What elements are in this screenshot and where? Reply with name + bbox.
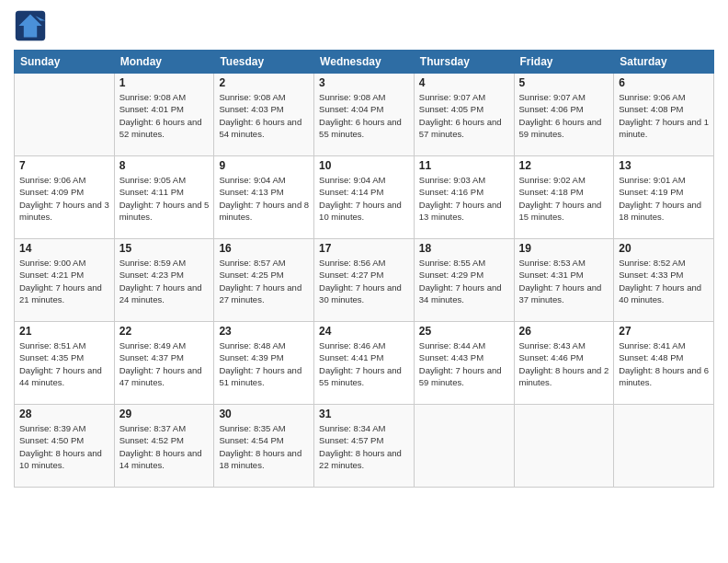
day-info: Sunrise: 8:43 AM Sunset: 4:46 PM Dayligh… <box>519 339 609 388</box>
day-number: 18 <box>419 242 509 255</box>
day-info: Sunrise: 8:51 AM Sunset: 4:35 PM Dayligh… <box>19 339 109 388</box>
calendar-header-cell: Friday <box>514 51 614 74</box>
day-info: Sunrise: 9:00 AM Sunset: 4:21 PM Dayligh… <box>19 257 109 305</box>
calendar-day-cell: 3Sunrise: 9:08 AM Sunset: 4:04 PM Daylig… <box>314 74 415 156</box>
calendar-header-cell: Thursday <box>414 51 514 74</box>
day-info: Sunrise: 8:55 AM Sunset: 4:29 PM Dayligh… <box>419 257 509 305</box>
day-number: 26 <box>519 325 609 338</box>
day-number: 28 <box>19 408 109 420</box>
day-info: Sunrise: 8:56 AM Sunset: 4:27 PM Dayligh… <box>319 257 409 305</box>
calendar-day-cell: 25Sunrise: 8:44 AM Sunset: 4:43 PM Dayli… <box>414 322 514 405</box>
calendar-week-row: 28Sunrise: 8:39 AM Sunset: 4:50 PM Dayli… <box>15 405 714 488</box>
calendar-day-cell: 8Sunrise: 9:05 AM Sunset: 4:11 PM Daylig… <box>114 156 214 239</box>
day-number: 6 <box>619 76 709 89</box>
day-number: 5 <box>519 76 609 89</box>
calendar-header-cell: Sunday <box>15 51 115 74</box>
day-info: Sunrise: 9:02 AM Sunset: 4:18 PM Dayligh… <box>519 174 609 223</box>
calendar-week-row: 14Sunrise: 9:00 AM Sunset: 4:21 PM Dayli… <box>15 239 714 322</box>
calendar-week-row: 7Sunrise: 9:06 AM Sunset: 4:09 PM Daylig… <box>15 156 714 239</box>
day-number: 23 <box>219 325 309 338</box>
day-number: 1 <box>119 76 210 89</box>
day-number: 22 <box>119 325 210 338</box>
calendar-table: SundayMondayTuesdayWednesdayThursdayFrid… <box>14 50 714 488</box>
calendar-day-cell: 5Sunrise: 9:07 AM Sunset: 4:06 PM Daylig… <box>514 74 614 156</box>
header <box>14 9 714 42</box>
calendar-day-cell: 24Sunrise: 8:46 AM Sunset: 4:41 PM Dayli… <box>314 322 415 405</box>
day-number: 27 <box>619 325 709 338</box>
day-number: 7 <box>19 159 109 172</box>
calendar-day-cell <box>15 74 115 156</box>
day-number: 13 <box>619 159 709 172</box>
calendar-day-cell: 18Sunrise: 8:55 AM Sunset: 4:29 PM Dayli… <box>414 239 514 322</box>
calendar-day-cell: 31Sunrise: 8:34 AM Sunset: 4:57 PM Dayli… <box>314 405 415 488</box>
day-info: Sunrise: 9:04 AM Sunset: 4:13 PM Dayligh… <box>219 174 309 223</box>
calendar-day-cell: 12Sunrise: 9:02 AM Sunset: 4:18 PM Dayli… <box>514 156 614 239</box>
day-info: Sunrise: 8:35 AM Sunset: 4:54 PM Dayligh… <box>219 422 309 471</box>
day-number: 8 <box>119 159 210 172</box>
day-info: Sunrise: 8:41 AM Sunset: 4:48 PM Dayligh… <box>619 339 709 388</box>
logo-icon <box>14 9 47 42</box>
calendar-day-cell: 30Sunrise: 8:35 AM Sunset: 4:54 PM Dayli… <box>214 405 314 488</box>
day-info: Sunrise: 9:05 AM Sunset: 4:11 PM Dayligh… <box>119 174 210 223</box>
logo <box>14 9 51 42</box>
day-number: 2 <box>219 76 309 89</box>
calendar-body: 1Sunrise: 9:08 AM Sunset: 4:01 PM Daylig… <box>15 74 714 488</box>
calendar-day-cell: 20Sunrise: 8:52 AM Sunset: 4:33 PM Dayli… <box>614 239 714 322</box>
calendar-day-cell: 6Sunrise: 9:06 AM Sunset: 4:08 PM Daylig… <box>614 74 714 156</box>
calendar-day-cell: 21Sunrise: 8:51 AM Sunset: 4:35 PM Dayli… <box>15 322 115 405</box>
calendar-header-row: SundayMondayTuesdayWednesdayThursdayFrid… <box>15 51 714 74</box>
day-info: Sunrise: 8:57 AM Sunset: 4:25 PM Dayligh… <box>219 257 309 305</box>
day-info: Sunrise: 9:07 AM Sunset: 4:05 PM Dayligh… <box>419 91 509 140</box>
calendar-day-cell: 10Sunrise: 9:04 AM Sunset: 4:14 PM Dayli… <box>314 156 415 239</box>
calendar-day-cell: 4Sunrise: 9:07 AM Sunset: 4:05 PM Daylig… <box>414 74 514 156</box>
day-number: 16 <box>219 242 309 255</box>
day-number: 9 <box>219 159 309 172</box>
day-info: Sunrise: 9:08 AM Sunset: 4:03 PM Dayligh… <box>219 91 309 140</box>
day-number: 21 <box>19 325 109 338</box>
calendar-day-cell: 15Sunrise: 8:59 AM Sunset: 4:23 PM Dayli… <box>114 239 214 322</box>
calendar-day-cell: 7Sunrise: 9:06 AM Sunset: 4:09 PM Daylig… <box>15 156 115 239</box>
day-info: Sunrise: 9:04 AM Sunset: 4:14 PM Dayligh… <box>319 174 409 223</box>
day-info: Sunrise: 8:44 AM Sunset: 4:43 PM Dayligh… <box>419 339 509 388</box>
calendar-day-cell: 9Sunrise: 9:04 AM Sunset: 4:13 PM Daylig… <box>214 156 314 239</box>
day-number: 20 <box>619 242 709 255</box>
day-number: 29 <box>119 408 210 420</box>
day-info: Sunrise: 9:08 AM Sunset: 4:01 PM Dayligh… <box>119 91 210 140</box>
day-info: Sunrise: 9:07 AM Sunset: 4:06 PM Dayligh… <box>519 91 609 140</box>
day-number: 24 <box>319 325 409 338</box>
calendar-day-cell: 16Sunrise: 8:57 AM Sunset: 4:25 PM Dayli… <box>214 239 314 322</box>
day-info: Sunrise: 8:34 AM Sunset: 4:57 PM Dayligh… <box>319 422 409 471</box>
day-info: Sunrise: 8:52 AM Sunset: 4:33 PM Dayligh… <box>619 257 709 305</box>
calendar-day-cell: 26Sunrise: 8:43 AM Sunset: 4:46 PM Dayli… <box>514 322 614 405</box>
calendar-day-cell <box>414 405 514 488</box>
day-info: Sunrise: 8:53 AM Sunset: 4:31 PM Dayligh… <box>519 257 609 305</box>
calendar-day-cell: 14Sunrise: 9:00 AM Sunset: 4:21 PM Dayli… <box>15 239 115 322</box>
day-number: 11 <box>419 159 509 172</box>
day-number: 30 <box>219 408 309 420</box>
calendar-day-cell: 17Sunrise: 8:56 AM Sunset: 4:27 PM Dayli… <box>314 239 415 322</box>
calendar-header-cell: Wednesday <box>314 51 415 74</box>
calendar-day-cell <box>614 405 714 488</box>
calendar-header-cell: Monday <box>114 51 214 74</box>
day-number: 17 <box>319 242 409 255</box>
calendar-day-cell: 13Sunrise: 9:01 AM Sunset: 4:19 PM Dayli… <box>614 156 714 239</box>
calendar-day-cell <box>514 405 614 488</box>
day-info: Sunrise: 9:08 AM Sunset: 4:04 PM Dayligh… <box>319 91 409 140</box>
day-number: 12 <box>519 159 609 172</box>
day-info: Sunrise: 9:03 AM Sunset: 4:16 PM Dayligh… <box>419 174 509 223</box>
calendar-day-cell: 22Sunrise: 8:49 AM Sunset: 4:37 PM Dayli… <box>114 322 214 405</box>
calendar-day-cell: 29Sunrise: 8:37 AM Sunset: 4:52 PM Dayli… <box>114 405 214 488</box>
calendar-day-cell: 1Sunrise: 9:08 AM Sunset: 4:01 PM Daylig… <box>114 74 214 156</box>
day-number: 4 <box>419 76 509 89</box>
day-number: 15 <box>119 242 210 255</box>
day-number: 25 <box>419 325 509 338</box>
calendar-day-cell: 2Sunrise: 9:08 AM Sunset: 4:03 PM Daylig… <box>214 74 314 156</box>
day-number: 3 <box>319 76 409 89</box>
calendar-header-cell: Tuesday <box>214 51 314 74</box>
calendar-day-cell: 27Sunrise: 8:41 AM Sunset: 4:48 PM Dayli… <box>614 322 714 405</box>
day-info: Sunrise: 9:06 AM Sunset: 4:09 PM Dayligh… <box>19 174 109 223</box>
calendar-header-cell: Saturday <box>614 51 714 74</box>
page-container: SundayMondayTuesdayWednesdayThursdayFrid… <box>0 0 728 497</box>
day-info: Sunrise: 8:48 AM Sunset: 4:39 PM Dayligh… <box>219 339 309 388</box>
day-info: Sunrise: 8:46 AM Sunset: 4:41 PM Dayligh… <box>319 339 409 388</box>
